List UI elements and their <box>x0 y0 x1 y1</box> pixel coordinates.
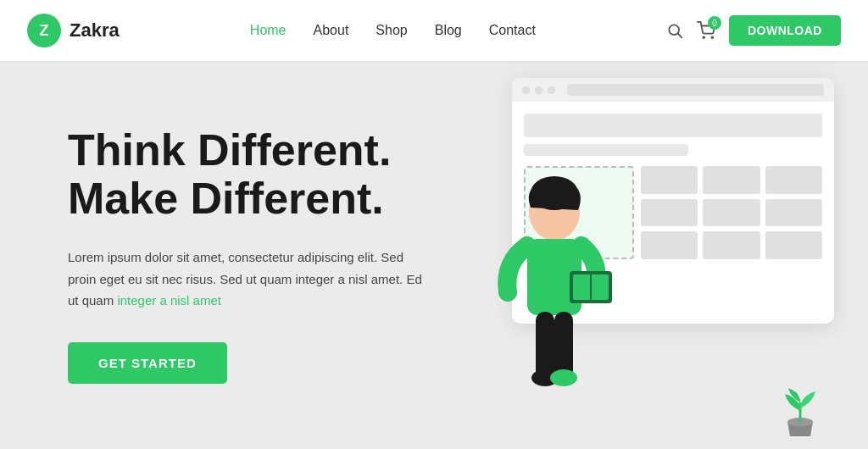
get-started-button[interactable]: GET STARTED <box>68 342 227 384</box>
svg-line-1 <box>678 34 682 38</box>
hero-content: Think Different. Make Different. Lorem i… <box>68 126 424 384</box>
browser-header-block <box>524 114 822 137</box>
browser-bar <box>512 78 834 102</box>
browser-grid <box>641 166 822 259</box>
browser-dot-3 <box>548 86 555 94</box>
browser-sub-block <box>524 144 688 156</box>
grid-cell-6 <box>765 199 822 227</box>
logo-text: Zakra <box>70 19 120 42</box>
header: Z Zakra Home About Shop Blog Contact 0 D… <box>0 0 868 61</box>
grid-cell-7 <box>641 231 698 259</box>
svg-point-13 <box>550 369 577 386</box>
browser-url-bar <box>567 84 824 96</box>
grid-cell-9 <box>765 231 822 259</box>
logo-icon: Z <box>27 14 61 47</box>
browser-dot-2 <box>535 86 542 94</box>
search-button[interactable] <box>666 22 683 39</box>
nav-item-shop[interactable]: Shop <box>376 23 407 38</box>
svg-point-2 <box>703 36 704 38</box>
hero-title-line1: Think Different. <box>68 125 391 175</box>
plant-illustration <box>775 381 826 441</box>
cart-button[interactable]: 0 <box>697 21 715 40</box>
grid-cell-2 <box>703 166 760 194</box>
svg-point-3 <box>711 36 713 38</box>
download-button[interactable]: DOWNLOAD <box>729 15 841 46</box>
logo-area: Z Zakra <box>27 14 120 47</box>
browser-dot-1 <box>522 86 530 94</box>
person-illustration <box>470 161 639 449</box>
header-actions: 0 DOWNLOAD <box>666 15 841 46</box>
hero-title: Think Different. Make Different. <box>68 126 424 223</box>
grid-cell-8 <box>703 231 760 259</box>
grid-cell-3 <box>765 166 822 194</box>
hero-title-line2: Make Different. <box>68 174 384 223</box>
nav-item-blog[interactable]: Blog <box>435 23 462 38</box>
grid-cell-5 <box>703 199 760 227</box>
cart-badge: 0 <box>708 16 721 30</box>
search-icon <box>666 22 683 39</box>
hero-section: Think Different. Make Different. Lorem i… <box>0 61 868 449</box>
nav-item-about[interactable]: About <box>314 23 349 38</box>
grid-cell-1 <box>641 166 698 194</box>
nav-item-home[interactable]: Home <box>250 23 287 38</box>
nav-item-contact[interactable]: Contact <box>489 23 536 38</box>
main-nav: Home About Shop Blog Contact <box>250 23 536 38</box>
hero-description-highlight: integer a nisl amet <box>117 293 221 308</box>
hero-description: Lorem ipsum dolor sit amet, consectetur … <box>68 247 424 312</box>
grid-cell-4 <box>641 199 698 227</box>
